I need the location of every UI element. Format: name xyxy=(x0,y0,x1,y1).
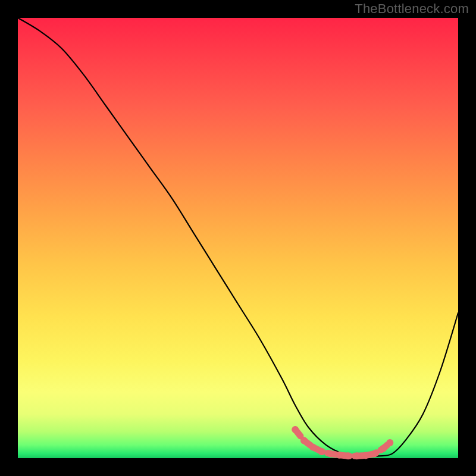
optimal-marker xyxy=(386,439,393,446)
bottleneck-curve xyxy=(18,18,458,456)
optimal-marker xyxy=(318,448,325,455)
optimal-marker xyxy=(353,452,361,459)
optimal-marker xyxy=(380,445,387,452)
optimal-marker xyxy=(345,452,352,459)
optimal-marker xyxy=(371,450,378,458)
optimal-marker xyxy=(309,444,317,451)
curve-layer xyxy=(18,18,458,458)
watermark-text: TheBottleneck.com xyxy=(355,1,469,17)
optimal-zone-markers xyxy=(292,426,393,459)
chart-container: TheBottleneck.com xyxy=(0,0,476,476)
optimal-marker xyxy=(327,450,334,458)
optimal-marker xyxy=(336,452,343,459)
optimal-marker xyxy=(300,437,308,444)
optimal-marker xyxy=(362,452,369,459)
plot-area xyxy=(18,18,458,458)
optimal-marker xyxy=(292,426,299,433)
